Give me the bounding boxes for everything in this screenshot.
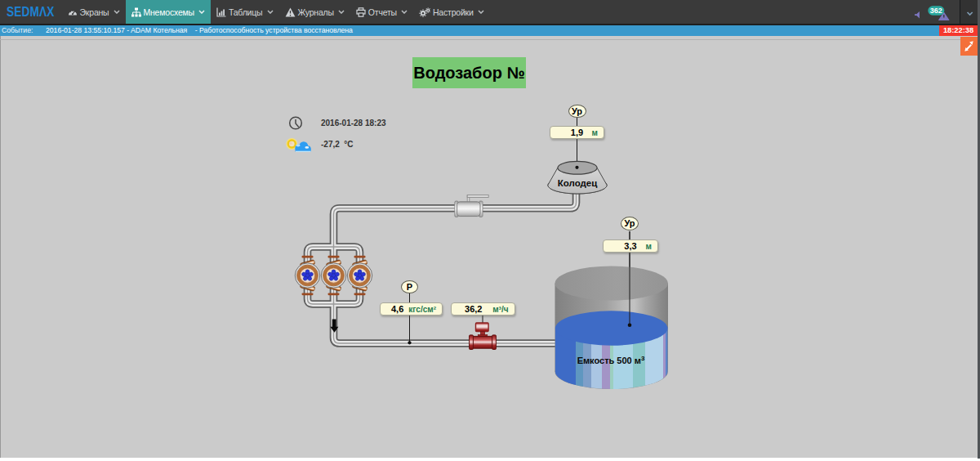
svg-text:362: 362 bbox=[930, 7, 942, 15]
